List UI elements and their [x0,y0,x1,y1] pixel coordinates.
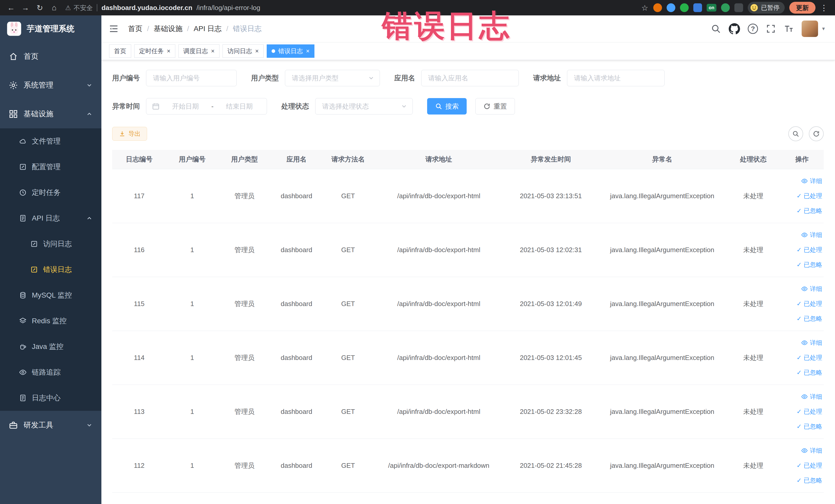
browser-menu-icon[interactable]: ⋮ [818,3,830,12]
sidebar: 芋道管理系统 首页 系统管理 基础设施 文件管理 配置管理 定时任务 [0,15,101,504]
menu-label: 首页 [24,52,39,62]
font-size-icon[interactable] [784,24,794,34]
address-divider [97,4,97,11]
refresh-table-button[interactable] [809,126,824,141]
detail-link[interactable]: 详细 [782,227,822,242]
browser-home-button[interactable]: ⌂ [48,2,60,14]
mark-ignored-link[interactable]: ✓ 已忽略 [782,203,822,218]
mark-ignored-link[interactable]: ✓ 已忽略 [782,419,822,434]
user-menu[interactable]: ▼ [802,21,826,37]
tab-scheduled-job[interactable]: 定时任务 × [134,44,175,58]
sidebar-item-file-manage[interactable]: 文件管理 [0,128,101,154]
detail-link[interactable]: 详细 [782,335,822,350]
detail-link[interactable]: 详细 [782,443,822,458]
close-icon[interactable]: × [211,47,215,55]
cell-user-type: 管理员 [218,331,271,385]
sidebar-item-infra[interactable]: 基础设施 [0,100,101,128]
browser-forward-button[interactable]: → [20,2,31,14]
breadcrumb-home[interactable]: 首页 [128,24,142,34]
sidebar-item-api-log[interactable]: API 日志 [0,205,101,231]
extension-icon-1[interactable] [653,3,662,12]
date-range-picker[interactable]: 开始日期 - 结束日期 [146,98,267,115]
mark-ignored-link[interactable]: ✓ 已忽略 [782,473,822,488]
breadcrumb-infra[interactable]: 基础设施 [154,24,183,34]
sidebar-item-scheduled-job[interactable]: 定时任务 [0,180,101,205]
extension-on-badge[interactable]: on [707,4,716,12]
col-user-id: 用户编号 [166,150,218,169]
browser-update-button[interactable]: 更新 [789,2,815,14]
extension-icon-2[interactable] [667,3,675,12]
process-status-select[interactable]: 请选择处理状态 [315,98,413,115]
breadcrumb-api-log[interactable]: API 日志 [194,24,222,34]
fullscreen-icon[interactable] [766,24,776,34]
extension-icon-5[interactable] [721,3,730,12]
cell-user-type: 管理员 [218,439,271,492]
ignored-link-label: 已忽略 [804,368,822,377]
mark-ignored-link[interactable]: ✓ 已忽略 [782,257,822,272]
extension-icon-6[interactable] [734,3,743,12]
paused-badge[interactable]: 已暂停 [748,2,785,14]
mark-processed-link[interactable]: ✓ 已处理 [782,242,822,257]
reset-button[interactable]: 重置 [475,98,515,115]
col-actions: 操作 [780,150,824,169]
detail-link[interactable]: 详细 [782,281,822,296]
sidebar-item-config-manage[interactable]: 配置管理 [0,154,101,180]
app-logo[interactable]: 芋道管理系统 [0,15,101,42]
cell-request-url: /api/infra/db-doc/export-html [374,169,504,223]
extension-icon-4[interactable] [693,3,702,12]
search-icon[interactable] [711,24,721,34]
layers-icon [19,317,27,325]
check-icon: ✓ [796,408,802,415]
close-icon[interactable]: × [306,47,309,55]
hamburger-icon[interactable] [108,23,119,35]
browser-back-button[interactable]: ← [5,2,17,14]
tab-access-log[interactable]: 访问日志 × [223,44,264,58]
github-icon[interactable] [729,23,740,35]
eye-icon [801,447,808,454]
filter-row-1: 用户编号 用户类型 请选择用户类型 应用名 请求地址 [112,70,824,86]
menu-label: 系统管理 [24,80,54,90]
ignored-link-label: 已忽略 [804,207,822,215]
user-id-input[interactable] [146,70,237,86]
detail-link[interactable]: 详细 [782,174,822,188]
tab-schedule-log[interactable]: 调度日志 × [178,44,220,58]
browser-reload-button[interactable]: ↻ [34,2,46,14]
mark-ignored-link[interactable]: ✓ 已忽略 [782,311,822,326]
sidebar-item-redis-monitor[interactable]: Redis 监控 [0,308,101,334]
search-button[interactable]: 搜索 [427,98,467,115]
mark-processed-link[interactable]: ✓ 已处理 [782,458,822,473]
sidebar-item-java-monitor[interactable]: Java 监控 [0,334,101,360]
request-url-input[interactable] [567,70,665,86]
sidebar-item-system[interactable]: 系统管理 [0,71,101,100]
address-bar[interactable]: ⚠ 不安全 dashboard.yudao.iocoder.cn/infra/l… [65,4,636,12]
sidebar-item-error-log[interactable]: 错误日志 [0,257,101,282]
export-button[interactable]: 导出 [112,127,147,141]
extension-icon-3[interactable] [680,3,689,12]
sidebar-item-dev-tools[interactable]: 研发工具 [0,411,101,440]
close-icon[interactable]: × [255,47,259,55]
breadcrumb-separator: / [147,25,149,33]
mark-processed-link[interactable]: ✓ 已处理 [782,350,822,365]
mark-ignored-link[interactable]: ✓ 已忽略 [782,365,822,380]
detail-link[interactable]: 详细 [782,389,822,404]
security-warning[interactable]: ⚠ 不安全 [65,4,93,12]
toggle-search-button[interactable] [788,126,803,141]
mark-processed-link[interactable]: ✓ 已处理 [782,296,822,311]
mark-processed-link[interactable]: ✓ 已处理 [782,188,822,203]
bookmark-star-icon[interactable]: ☆ [639,2,651,14]
cell-log-id: 115 [112,277,166,331]
sidebar-item-mysql-monitor[interactable]: MySQL 监控 [0,282,101,308]
user-type-select[interactable]: 请选择用户类型 [285,70,380,86]
app-name-input[interactable] [421,70,519,86]
grid-icon [9,109,18,119]
mark-processed-link[interactable]: ✓ 已处理 [782,404,822,419]
sidebar-item-home[interactable]: 首页 [0,42,101,71]
clock-icon [19,189,27,196]
sidebar-item-link-trace[interactable]: 链路追踪 [0,360,101,385]
help-icon[interactable]: ? [748,24,758,34]
sidebar-item-log-center[interactable]: 日志中心 [0,385,101,411]
tab-error-log[interactable]: 错误日志 × [267,44,314,58]
tab-home[interactable]: 首页 [109,44,131,58]
sidebar-item-access-log[interactable]: 访问日志 [0,231,101,257]
close-icon[interactable]: × [167,47,170,55]
